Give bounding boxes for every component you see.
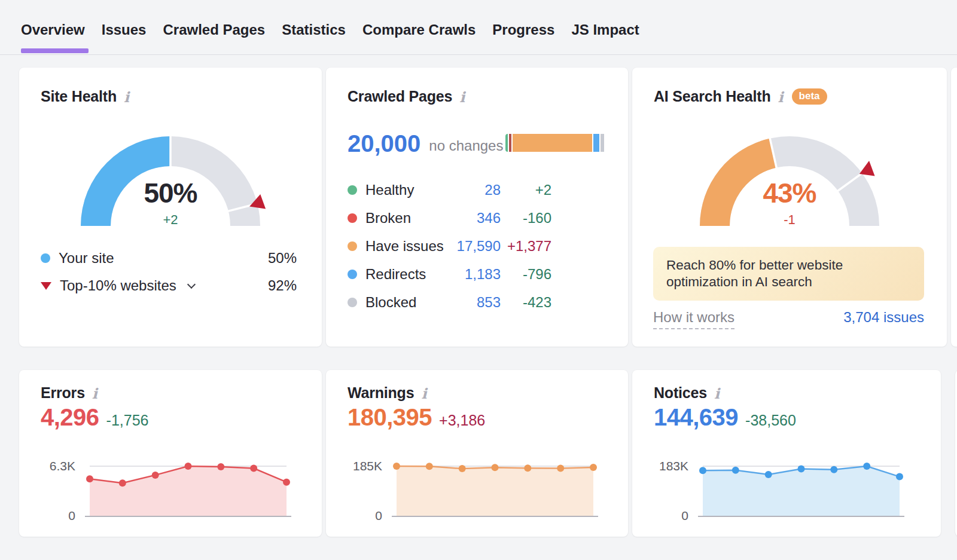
row-value[interactable]: 28 <box>444 182 501 198</box>
notices-card: Notices i 144,639 -38,560 183K 0 <box>632 370 941 537</box>
ai-search-health-score: 43% <box>697 177 882 209</box>
warnings-title: Warnings <box>348 384 414 402</box>
crawled-row-broken: Broken346-160 <box>348 204 551 232</box>
row-value[interactable]: 1,183 <box>444 266 501 283</box>
crawled-pages-card: Crawled Pages i 20,000 no changes Health… <box>326 68 628 347</box>
tab-overview[interactable]: Overview <box>21 0 85 54</box>
notices-trend-chart: 183K 0 <box>654 461 904 521</box>
tab-crawled-pages[interactable]: Crawled Pages <box>163 0 265 54</box>
y-axis-max-label: 6.3K <box>50 459 75 473</box>
y-axis-max-label: 183K <box>659 459 688 473</box>
warnings-card: Warnings i 180,395 +3,186 185K 0 <box>326 370 628 537</box>
status-dot-icon <box>348 213 357 223</box>
status-dot-icon <box>348 270 357 279</box>
bar-segment-healthy <box>505 134 508 152</box>
site-health-card: Site Health i 50% +2 Your site50%Top-10%… <box>19 68 322 347</box>
tab-statistics[interactable]: Statistics <box>282 0 346 54</box>
next-card-edge <box>951 68 957 347</box>
row-change: -423 <box>501 294 551 311</box>
ai-search-health-tip: Reach 80% for better website optimizatio… <box>653 247 924 301</box>
row-value[interactable]: 346 <box>444 210 501 227</box>
legend-label: Your site <box>59 250 114 267</box>
y-axis-zero-label: 0 <box>375 509 382 523</box>
crawled-pages-change-note: no changes <box>429 130 503 154</box>
crawled-row-redirects: Redirects1,183-796 <box>348 260 551 288</box>
tab-js-impact[interactable]: JS Impact <box>571 0 639 54</box>
crawled-row-healthy: Healthy28+2 <box>348 176 551 204</box>
notices-change: -38,560 <box>745 412 796 429</box>
info-icon[interactable]: i <box>459 90 465 105</box>
legend-label: Top-10% websites <box>60 277 176 294</box>
row-change: -796 <box>501 266 551 283</box>
row-change: -160 <box>501 210 551 227</box>
site-audit-overview-page: OverviewIssuesCrawled PagesStatisticsCom… <box>0 0 957 560</box>
tab-issues[interactable]: Issues <box>102 0 147 54</box>
bar-segment-blocked <box>601 134 604 152</box>
beta-badge: beta <box>792 88 827 105</box>
warnings-trend-chart: 185K 0 <box>348 461 598 521</box>
row-value[interactable]: 17,590 <box>444 238 501 255</box>
legend-value: 50% <box>268 250 297 267</box>
y-axis-max-label: 185K <box>353 459 382 473</box>
legend-value: 92% <box>268 277 297 294</box>
crawled-pages-total[interactable]: 20,000 <box>348 130 420 157</box>
info-icon[interactable]: i <box>778 90 783 105</box>
bar-segment-redirects <box>593 134 599 152</box>
notices-count[interactable]: 144,639 <box>654 404 738 431</box>
errors-title: Errors <box>41 384 85 402</box>
site-health-gauge: 50% +2 <box>78 129 263 232</box>
errors-change: -1,756 <box>106 412 149 429</box>
bar-segment-have-issues <box>513 134 592 152</box>
bar-segment-broken <box>509 134 511 152</box>
ai-search-health-gauge: 43% -1 <box>697 129 882 232</box>
row-label: Healthy <box>348 182 444 198</box>
ai-search-health-score-change: -1 <box>697 212 882 228</box>
tab-bar: OverviewIssuesCrawled PagesStatisticsCom… <box>0 0 957 55</box>
crawled-pages-stacked-bar <box>505 134 606 152</box>
status-dot-icon <box>348 298 357 307</box>
crawled-pages-breakdown: Healthy28+2Broken346-160Have issues17,59… <box>348 176 551 316</box>
info-icon[interactable]: i <box>124 90 129 105</box>
ai-search-health-title: AI Search Health <box>654 88 770 105</box>
legend-row-your-site: Your site50% <box>41 244 297 272</box>
site-health-score: 50% <box>78 177 263 209</box>
site-health-title: Site Health <box>41 88 117 105</box>
warnings-count[interactable]: 180,395 <box>348 404 432 431</box>
notices-title: Notices <box>654 384 707 402</box>
errors-count[interactable]: 4,296 <box>41 404 99 431</box>
tab-compare-crawls[interactable]: Compare Crawls <box>362 0 476 54</box>
site-health-legend: Your site50%Top-10% websites92% <box>41 244 297 299</box>
row-label: Broken <box>348 210 444 227</box>
row-label: Have issues <box>348 238 444 255</box>
status-dot-icon <box>348 241 357 251</box>
how-it-works-link[interactable]: How it works <box>653 309 734 329</box>
site-health-score-change: +2 <box>78 212 263 228</box>
row-label: Blocked <box>348 294 444 311</box>
legend-row-top-10-websites[interactable]: Top-10% websites92% <box>41 272 297 299</box>
crawled-row-blocked: Blocked853-423 <box>348 288 551 316</box>
y-axis-zero-label: 0 <box>681 509 688 523</box>
info-icon[interactable]: i <box>92 387 97 401</box>
your-site-dot-icon <box>41 253 50 263</box>
errors-trend-chart: 6.3K 0 <box>41 461 291 521</box>
ai-issues-link[interactable]: 3,704 issues <box>843 309 924 326</box>
tab-progress[interactable]: Progress <box>492 0 554 54</box>
crawled-row-have-issues: Have issues17,590+1,377 <box>348 232 551 260</box>
crawled-pages-title: Crawled Pages <box>348 88 452 105</box>
warnings-change: +3,186 <box>439 412 485 429</box>
ai-search-health-card: AI Search Health i beta 43% -1 Reach 80%… <box>632 68 947 347</box>
row-change: +2 <box>501 182 551 198</box>
info-icon[interactable]: i <box>714 387 720 401</box>
errors-card: Errors i 4,296 -1,756 6.3K 0 <box>19 370 322 537</box>
chevron-down-icon[interactable] <box>187 280 196 289</box>
row-value[interactable]: 853 <box>444 294 501 311</box>
benchmark-triangle-icon <box>41 282 51 290</box>
y-axis-zero-label: 0 <box>68 509 75 523</box>
info-icon[interactable]: i <box>421 387 426 401</box>
row-change: +1,377 <box>501 238 551 255</box>
status-dot-icon <box>348 185 357 195</box>
row-label: Redirects <box>348 266 444 283</box>
